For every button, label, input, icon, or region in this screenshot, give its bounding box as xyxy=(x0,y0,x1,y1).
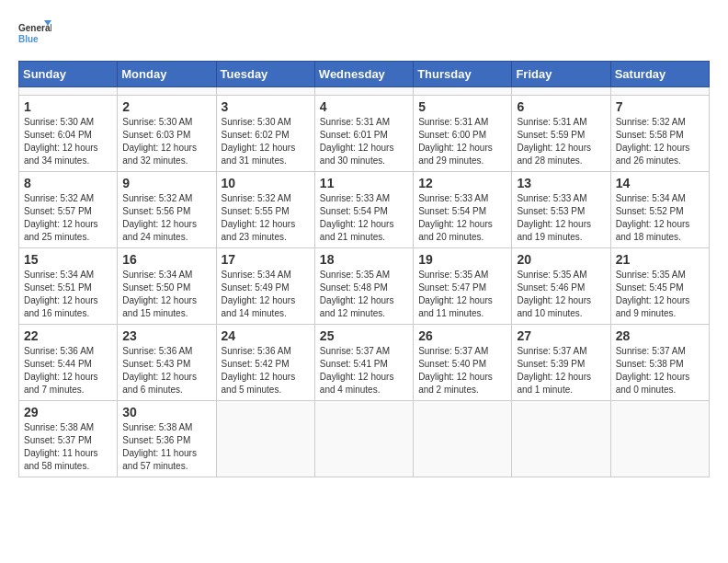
day-detail: Sunrise: 5:32 AMSunset: 5:58 PMDaylight:… xyxy=(616,116,704,167)
calendar-cell: 7Sunrise: 5:32 AMSunset: 5:58 PMDaylight… xyxy=(610,96,709,172)
calendar-cell xyxy=(610,87,709,96)
day-detail: Sunrise: 5:34 AMSunset: 5:50 PMDaylight:… xyxy=(122,269,210,320)
weekday-header: Thursday xyxy=(414,62,512,87)
day-number: 15 xyxy=(24,252,112,267)
day-detail: Sunrise: 5:36 AMSunset: 5:44 PMDaylight:… xyxy=(24,345,112,396)
calendar-cell xyxy=(512,87,610,96)
calendar-cell xyxy=(19,87,118,96)
calendar-cell: 23Sunrise: 5:36 AMSunset: 5:43 PMDayligh… xyxy=(118,325,216,401)
day-number: 20 xyxy=(517,252,605,267)
day-number: 25 xyxy=(320,328,408,343)
day-detail: Sunrise: 5:31 AMSunset: 5:59 PMDaylight:… xyxy=(517,116,605,167)
day-detail: Sunrise: 5:31 AMSunset: 6:00 PMDaylight:… xyxy=(418,116,506,167)
day-detail: Sunrise: 5:38 AMSunset: 5:37 PMDaylight:… xyxy=(24,421,112,473)
day-number: 4 xyxy=(320,99,408,114)
day-detail: Sunrise: 5:32 AMSunset: 5:55 PMDaylight:… xyxy=(222,192,310,244)
calendar-cell xyxy=(414,87,512,96)
calendar-cell: 10Sunrise: 5:32 AMSunset: 5:55 PMDayligh… xyxy=(216,172,314,248)
day-number: 19 xyxy=(418,252,506,267)
day-number: 23 xyxy=(122,328,210,343)
day-detail: Sunrise: 5:37 AMSunset: 5:39 PMDaylight:… xyxy=(517,345,605,396)
calendar-table: SundayMondayTuesdayWednesdayThursdayFrid… xyxy=(18,61,710,477)
day-detail: Sunrise: 5:32 AMSunset: 5:57 PMDaylight:… xyxy=(24,192,112,244)
day-number: 1 xyxy=(24,99,112,114)
day-number: 13 xyxy=(517,176,605,190)
calendar-cell: 18Sunrise: 5:35 AMSunset: 5:48 PMDayligh… xyxy=(314,248,413,325)
calendar-cell: 28Sunrise: 5:37 AMSunset: 5:38 PMDayligh… xyxy=(610,325,709,401)
calendar-week-row: 22Sunrise: 5:36 AMSunset: 5:44 PMDayligh… xyxy=(19,325,710,401)
calendar-cell: 20Sunrise: 5:35 AMSunset: 5:46 PMDayligh… xyxy=(512,248,610,325)
calendar-cell xyxy=(414,401,512,477)
day-number: 17 xyxy=(222,252,310,267)
day-number: 18 xyxy=(320,252,408,267)
calendar-week-row: 8Sunrise: 5:32 AMSunset: 5:57 PMDaylight… xyxy=(19,172,710,248)
logo: General Blue xyxy=(18,18,51,52)
logo-svg: General Blue xyxy=(18,18,51,52)
calendar-cell xyxy=(216,87,314,96)
day-detail: Sunrise: 5:31 AMSunset: 6:01 PMDaylight:… xyxy=(320,116,408,167)
day-number: 8 xyxy=(24,176,112,190)
calendar-week-row: 15Sunrise: 5:34 AMSunset: 5:51 PMDayligh… xyxy=(19,248,710,325)
day-number: 6 xyxy=(517,99,605,114)
weekday-header: Monday xyxy=(118,62,216,87)
weekday-header: Saturday xyxy=(610,62,709,87)
day-number: 2 xyxy=(122,99,210,114)
day-detail: Sunrise: 5:30 AMSunset: 6:04 PMDaylight:… xyxy=(24,116,112,167)
day-number: 22 xyxy=(24,328,112,343)
weekday-header: Friday xyxy=(512,62,610,87)
day-number: 21 xyxy=(616,252,704,267)
calendar-cell: 12Sunrise: 5:33 AMSunset: 5:54 PMDayligh… xyxy=(414,172,512,248)
day-number: 30 xyxy=(122,405,210,419)
calendar-cell: 21Sunrise: 5:35 AMSunset: 5:45 PMDayligh… xyxy=(610,248,709,325)
calendar-cell: 29Sunrise: 5:38 AMSunset: 5:37 PMDayligh… xyxy=(19,401,118,477)
day-detail: Sunrise: 5:36 AMSunset: 5:43 PMDaylight:… xyxy=(122,345,210,396)
calendar-cell: 14Sunrise: 5:34 AMSunset: 5:52 PMDayligh… xyxy=(610,172,709,248)
calendar-cell: 17Sunrise: 5:34 AMSunset: 5:49 PMDayligh… xyxy=(216,248,314,325)
day-number: 10 xyxy=(222,176,310,190)
calendar-cell: 11Sunrise: 5:33 AMSunset: 5:54 PMDayligh… xyxy=(314,172,413,248)
calendar-cell xyxy=(118,87,216,96)
calendar-cell: 13Sunrise: 5:33 AMSunset: 5:53 PMDayligh… xyxy=(512,172,610,248)
day-number: 14 xyxy=(616,176,704,190)
weekday-header-row: SundayMondayTuesdayWednesdayThursdayFrid… xyxy=(19,62,710,87)
day-detail: Sunrise: 5:32 AMSunset: 5:56 PMDaylight:… xyxy=(122,192,210,244)
calendar-cell: 24Sunrise: 5:36 AMSunset: 5:42 PMDayligh… xyxy=(216,325,314,401)
day-number: 12 xyxy=(418,176,506,190)
calendar-week-row xyxy=(19,87,710,96)
calendar-cell: 15Sunrise: 5:34 AMSunset: 5:51 PMDayligh… xyxy=(19,248,118,325)
calendar-cell xyxy=(216,401,314,477)
calendar-cell: 6Sunrise: 5:31 AMSunset: 5:59 PMDaylight… xyxy=(512,96,610,172)
calendar-cell: 9Sunrise: 5:32 AMSunset: 5:56 PMDaylight… xyxy=(118,172,216,248)
day-detail: Sunrise: 5:34 AMSunset: 5:52 PMDaylight:… xyxy=(616,192,704,244)
day-number: 9 xyxy=(122,176,210,190)
day-number: 3 xyxy=(222,99,310,114)
calendar-cell xyxy=(314,401,413,477)
day-detail: Sunrise: 5:35 AMSunset: 5:47 PMDaylight:… xyxy=(418,269,506,320)
calendar-cell: 19Sunrise: 5:35 AMSunset: 5:47 PMDayligh… xyxy=(414,248,512,325)
day-detail: Sunrise: 5:37 AMSunset: 5:38 PMDaylight:… xyxy=(616,345,704,396)
day-detail: Sunrise: 5:33 AMSunset: 5:54 PMDaylight:… xyxy=(320,192,408,244)
weekday-header: Tuesday xyxy=(216,62,314,87)
calendar-cell: 8Sunrise: 5:32 AMSunset: 5:57 PMDaylight… xyxy=(19,172,118,248)
day-detail: Sunrise: 5:30 AMSunset: 6:02 PMDaylight:… xyxy=(222,116,310,167)
day-detail: Sunrise: 5:33 AMSunset: 5:53 PMDaylight:… xyxy=(517,192,605,244)
weekday-header: Wednesday xyxy=(314,62,413,87)
calendar-cell: 1Sunrise: 5:30 AMSunset: 6:04 PMDaylight… xyxy=(19,96,118,172)
day-detail: Sunrise: 5:34 AMSunset: 5:51 PMDaylight:… xyxy=(24,269,112,320)
day-number: 26 xyxy=(418,328,506,343)
day-number: 24 xyxy=(222,328,310,343)
page-header: General Blue xyxy=(18,18,710,52)
calendar-week-row: 29Sunrise: 5:38 AMSunset: 5:37 PMDayligh… xyxy=(19,401,710,477)
calendar-cell: 2Sunrise: 5:30 AMSunset: 6:03 PMDaylight… xyxy=(118,96,216,172)
svg-text:General: General xyxy=(18,23,51,33)
day-number: 16 xyxy=(122,252,210,267)
day-detail: Sunrise: 5:35 AMSunset: 5:45 PMDaylight:… xyxy=(616,269,704,320)
svg-text:Blue: Blue xyxy=(18,34,39,44)
calendar-cell: 26Sunrise: 5:37 AMSunset: 5:40 PMDayligh… xyxy=(414,325,512,401)
weekday-header: Sunday xyxy=(19,62,118,87)
calendar-cell xyxy=(610,401,709,477)
day-detail: Sunrise: 5:34 AMSunset: 5:49 PMDaylight:… xyxy=(222,269,310,320)
calendar-cell: 4Sunrise: 5:31 AMSunset: 6:01 PMDaylight… xyxy=(314,96,413,172)
calendar-cell: 3Sunrise: 5:30 AMSunset: 6:02 PMDaylight… xyxy=(216,96,314,172)
calendar-cell: 5Sunrise: 5:31 AMSunset: 6:00 PMDaylight… xyxy=(414,96,512,172)
